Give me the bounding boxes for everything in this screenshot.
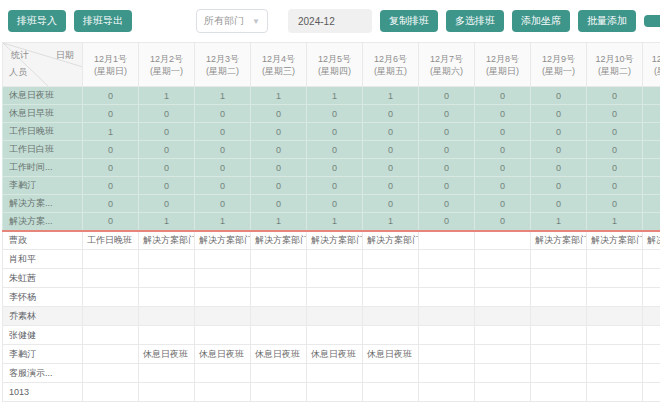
shift-cell[interactable]	[531, 326, 587, 345]
shift-cell[interactable]	[643, 250, 660, 269]
shift-cell[interactable]	[475, 345, 531, 364]
shift-cell[interactable]: 解决方案部门中	[531, 231, 587, 250]
shift-cell[interactable]: 休息日夜班	[363, 345, 419, 364]
shift-cell[interactable]	[251, 383, 307, 402]
shift-cell[interactable]	[83, 326, 139, 345]
shift-cell[interactable]	[307, 288, 363, 307]
shift-cell[interactable]	[195, 364, 251, 383]
shift-cell[interactable]: 解决方案部门中	[643, 231, 660, 250]
shift-cell[interactable]	[531, 250, 587, 269]
shift-cell[interactable]	[419, 345, 475, 364]
shift-cell[interactable]	[251, 364, 307, 383]
shift-cell[interactable]	[643, 288, 660, 307]
shift-cell[interactable]	[419, 383, 475, 402]
shift-cell[interactable]	[307, 326, 363, 345]
shift-cell[interactable]	[139, 307, 195, 326]
shift-cell[interactable]	[307, 383, 363, 402]
shift-cell[interactable]	[139, 269, 195, 288]
shift-cell[interactable]	[363, 269, 419, 288]
shift-cell[interactable]	[307, 307, 363, 326]
batch-add-button[interactable]: 批量添加	[578, 10, 636, 32]
shift-cell[interactable]	[251, 250, 307, 269]
add-agent-button[interactable]: 添加坐席	[512, 10, 570, 32]
shift-cell[interactable]	[195, 269, 251, 288]
shift-cell[interactable]	[475, 250, 531, 269]
shift-cell[interactable]	[475, 383, 531, 402]
shift-cell[interactable]	[531, 307, 587, 326]
shift-cell[interactable]: 休息日夜班	[139, 345, 195, 364]
shift-cell[interactable]	[419, 326, 475, 345]
shift-cell[interactable]	[587, 307, 643, 326]
shift-cell[interactable]	[419, 307, 475, 326]
shift-cell[interactable]	[587, 383, 643, 402]
shift-cell[interactable]	[139, 326, 195, 345]
shift-cell[interactable]	[363, 288, 419, 307]
shift-cell[interactable]	[139, 250, 195, 269]
shift-cell[interactable]	[475, 269, 531, 288]
shift-cell[interactable]: 解决方案部门中	[363, 231, 419, 250]
shift-cell[interactable]	[475, 326, 531, 345]
shift-cell[interactable]: 休息日夜班	[195, 345, 251, 364]
shift-cell[interactable]	[251, 326, 307, 345]
shift-cell[interactable]	[251, 307, 307, 326]
shift-cell[interactable]	[475, 288, 531, 307]
department-select[interactable]: 所有部门 ▼	[196, 9, 268, 33]
shift-cell[interactable]	[195, 307, 251, 326]
shift-cell[interactable]	[587, 269, 643, 288]
shift-cell[interactable]	[307, 269, 363, 288]
shift-cell[interactable]	[587, 288, 643, 307]
shift-cell[interactable]	[587, 364, 643, 383]
shift-cell[interactable]	[363, 383, 419, 402]
shift-cell[interactable]	[531, 345, 587, 364]
shift-cell[interactable]	[139, 288, 195, 307]
shift-cell[interactable]	[139, 364, 195, 383]
copy-schedule-button[interactable]: 复制排班	[380, 10, 438, 32]
shift-cell[interactable]	[531, 288, 587, 307]
shift-cell[interactable]	[643, 345, 660, 364]
schedule-import-button[interactable]: 排班导入	[8, 10, 66, 32]
shift-cell[interactable]	[643, 383, 660, 402]
shift-cell[interactable]	[195, 250, 251, 269]
shift-cell[interactable]	[587, 250, 643, 269]
shift-cell[interactable]	[251, 269, 307, 288]
shift-cell[interactable]	[83, 345, 139, 364]
shift-cell[interactable]	[531, 383, 587, 402]
shift-cell[interactable]	[83, 269, 139, 288]
shift-cell[interactable]	[363, 250, 419, 269]
shift-cell[interactable]	[83, 383, 139, 402]
shift-cell[interactable]	[475, 231, 531, 250]
shift-cell[interactable]	[531, 269, 587, 288]
schedule-export-button[interactable]: 排班导出	[74, 10, 132, 32]
multi-select-schedule-button[interactable]: 多选排班	[446, 10, 504, 32]
shift-cell[interactable]	[195, 383, 251, 402]
shift-cell[interactable]	[139, 383, 195, 402]
shift-cell[interactable]	[363, 326, 419, 345]
shift-cell[interactable]	[83, 288, 139, 307]
shift-cell[interactable]	[587, 345, 643, 364]
shift-cell[interactable]	[475, 364, 531, 383]
shift-cell[interactable]	[363, 307, 419, 326]
shift-cell[interactable]	[83, 250, 139, 269]
shift-cell[interactable]	[419, 250, 475, 269]
shift-cell[interactable]: 休息日夜班	[251, 345, 307, 364]
shift-cell[interactable]	[307, 364, 363, 383]
shift-cell[interactable]	[419, 269, 475, 288]
shift-cell[interactable]: 解决方案部门中	[251, 231, 307, 250]
shift-cell[interactable]	[307, 250, 363, 269]
shift-cell[interactable]	[643, 269, 660, 288]
shift-cell[interactable]	[195, 326, 251, 345]
shift-cell[interactable]: 休息日夜班	[307, 345, 363, 364]
shift-cell[interactable]: 解决方案部门中	[307, 231, 363, 250]
shift-cell[interactable]	[531, 364, 587, 383]
shift-cell[interactable]	[419, 288, 475, 307]
shift-cell[interactable]	[643, 364, 660, 383]
shift-cell[interactable]	[643, 326, 660, 345]
shift-cell[interactable]	[475, 307, 531, 326]
shift-cell[interactable]	[251, 288, 307, 307]
clipped-button[interactable]	[644, 15, 660, 27]
shift-cell[interactable]	[587, 326, 643, 345]
shift-cell[interactable]	[83, 307, 139, 326]
shift-cell[interactable]: 解决方案部门中	[587, 231, 643, 250]
shift-cell[interactable]	[363, 364, 419, 383]
shift-cell[interactable]	[83, 364, 139, 383]
